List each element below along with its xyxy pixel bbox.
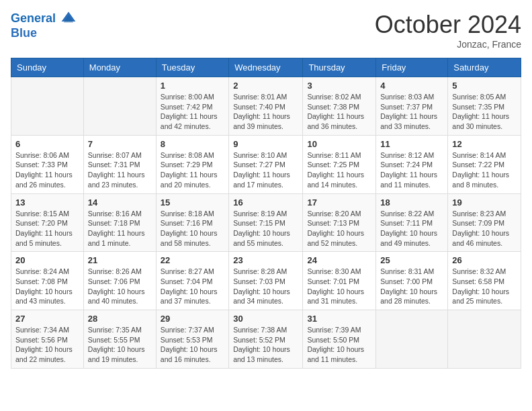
day-detail: Sunrise: 8:06 AMSunset: 7:33 PMDaylight:… [15, 150, 79, 190]
weekday-header-wednesday: Wednesday [229, 58, 303, 77]
day-number: 22 [161, 255, 224, 265]
day-number: 26 [452, 255, 517, 265]
weekday-header-row: SundayMondayTuesdayWednesdayThursdayFrid… [11, 58, 521, 77]
calendar-cell: 7Sunrise: 8:07 AMSunset: 7:31 PMDaylight… [83, 135, 156, 193]
week-row-2: 6Sunrise: 8:06 AMSunset: 7:33 PMDaylight… [11, 135, 521, 193]
day-number: 17 [307, 197, 371, 208]
calendar-cell: 8Sunrise: 8:08 AMSunset: 7:29 PMDaylight… [156, 135, 228, 193]
week-row-4: 20Sunrise: 8:24 AMSunset: 7:08 PMDayligh… [11, 252, 521, 310]
day-number: 1 [161, 81, 224, 91]
day-number: 25 [380, 255, 443, 265]
day-number: 11 [380, 139, 443, 149]
week-row-1: 1Sunrise: 8:00 AMSunset: 7:42 PMDaylight… [11, 77, 521, 136]
calendar-cell: 30Sunrise: 7:38 AMSunset: 5:52 PMDayligh… [229, 310, 303, 369]
day-detail: Sunrise: 8:18 AMSunset: 7:16 PMDaylight:… [161, 209, 224, 248]
title-area: October 2024 Jonzac, France [375, 11, 521, 50]
day-detail: Sunrise: 8:01 AMSunset: 7:40 PMDaylight:… [233, 92, 298, 132]
day-detail: Sunrise: 8:10 AMSunset: 7:27 PMDaylight:… [233, 150, 298, 190]
day-number: 28 [88, 314, 152, 324]
day-detail: Sunrise: 8:08 AMSunset: 7:29 PMDaylight:… [161, 150, 224, 190]
day-number: 12 [452, 139, 517, 149]
month-title: October 2024 [375, 11, 521, 39]
day-detail: Sunrise: 8:00 AMSunset: 7:42 PMDaylight:… [161, 92, 224, 132]
calendar-cell: 29Sunrise: 7:37 AMSunset: 5:53 PMDayligh… [156, 310, 228, 369]
day-number: 15 [161, 197, 224, 208]
day-detail: Sunrise: 8:16 AMSunset: 7:18 PMDaylight:… [88, 209, 152, 248]
day-number: 14 [88, 197, 152, 208]
calendar-cell: 23Sunrise: 8:28 AMSunset: 7:03 PMDayligh… [229, 252, 303, 310]
day-detail: Sunrise: 8:32 AMSunset: 6:58 PMDaylight:… [452, 267, 517, 306]
calendar-cell: 27Sunrise: 7:34 AMSunset: 5:56 PMDayligh… [11, 310, 84, 369]
day-detail: Sunrise: 7:38 AMSunset: 5:52 PMDaylight:… [233, 325, 298, 365]
day-detail: Sunrise: 8:31 AMSunset: 7:00 PMDaylight:… [380, 267, 443, 306]
day-number: 21 [88, 255, 152, 265]
calendar-cell: 4Sunrise: 8:03 AMSunset: 7:37 PMDaylight… [376, 77, 448, 136]
location: Jonzac, France [375, 39, 521, 50]
day-detail: Sunrise: 8:12 AMSunset: 7:24 PMDaylight:… [380, 150, 443, 190]
day-detail: Sunrise: 8:26 AMSunset: 7:06 PMDaylight:… [88, 267, 152, 306]
calendar-cell [448, 310, 521, 369]
day-number: 4 [380, 81, 443, 91]
logo: General Blue [11, 11, 77, 40]
day-detail: Sunrise: 7:39 AMSunset: 5:50 PMDaylight:… [307, 325, 371, 365]
day-detail: Sunrise: 8:14 AMSunset: 7:22 PMDaylight:… [452, 150, 517, 190]
calendar-cell [83, 77, 156, 136]
day-number: 31 [307, 314, 371, 324]
calendar-cell: 21Sunrise: 8:26 AMSunset: 7:06 PMDayligh… [83, 252, 156, 310]
day-number: 2 [233, 81, 298, 91]
calendar-cell [376, 310, 448, 369]
calendar-cell: 5Sunrise: 8:05 AMSunset: 7:35 PMDaylight… [448, 77, 521, 136]
calendar-cell: 28Sunrise: 7:35 AMSunset: 5:55 PMDayligh… [83, 310, 156, 369]
day-number: 8 [161, 139, 224, 149]
calendar-table: SundayMondayTuesdayWednesdayThursdayFrid… [11, 58, 521, 369]
week-row-5: 27Sunrise: 7:34 AMSunset: 5:56 PMDayligh… [11, 310, 521, 369]
day-number: 30 [233, 314, 298, 324]
day-number: 18 [380, 197, 443, 208]
day-number: 23 [233, 255, 298, 265]
calendar-cell: 31Sunrise: 7:39 AMSunset: 5:50 PMDayligh… [303, 310, 376, 369]
calendar-cell: 12Sunrise: 8:14 AMSunset: 7:22 PMDayligh… [448, 135, 521, 193]
day-detail: Sunrise: 8:11 AMSunset: 7:25 PMDaylight:… [307, 150, 371, 190]
calendar-cell: 22Sunrise: 8:27 AMSunset: 7:04 PMDayligh… [156, 252, 228, 310]
day-number: 20 [15, 255, 79, 265]
calendar-cell: 3Sunrise: 8:02 AMSunset: 7:38 PMDaylight… [303, 77, 376, 136]
calendar-cell: 24Sunrise: 8:30 AMSunset: 7:01 PMDayligh… [303, 252, 376, 310]
calendar-cell: 25Sunrise: 8:31 AMSunset: 7:00 PMDayligh… [376, 252, 448, 310]
calendar-cell: 15Sunrise: 8:18 AMSunset: 7:16 PMDayligh… [156, 193, 228, 252]
day-number: 5 [452, 81, 517, 91]
calendar-cell: 20Sunrise: 8:24 AMSunset: 7:08 PMDayligh… [11, 252, 84, 310]
day-detail: Sunrise: 8:03 AMSunset: 7:37 PMDaylight:… [380, 92, 443, 132]
weekday-header-saturday: Saturday [448, 58, 521, 77]
day-detail: Sunrise: 8:07 AMSunset: 7:31 PMDaylight:… [88, 150, 152, 190]
day-number: 19 [452, 197, 517, 208]
day-number: 6 [15, 139, 79, 149]
day-number: 29 [161, 314, 224, 324]
calendar-cell: 9Sunrise: 8:10 AMSunset: 7:27 PMDaylight… [229, 135, 303, 193]
day-detail: Sunrise: 8:28 AMSunset: 7:03 PMDaylight:… [233, 267, 298, 306]
weekday-header-monday: Monday [83, 58, 156, 77]
day-detail: Sunrise: 8:20 AMSunset: 7:13 PMDaylight:… [307, 209, 371, 248]
calendar-cell [11, 77, 84, 136]
week-row-3: 13Sunrise: 8:15 AMSunset: 7:20 PMDayligh… [11, 193, 521, 252]
weekday-header-friday: Friday [376, 58, 448, 77]
calendar-cell: 19Sunrise: 8:23 AMSunset: 7:09 PMDayligh… [448, 193, 521, 252]
calendar-cell: 10Sunrise: 8:11 AMSunset: 7:25 PMDayligh… [303, 135, 376, 193]
logo-blue: Blue [11, 27, 77, 40]
logo-text: General [11, 11, 77, 27]
day-number: 7 [88, 139, 152, 149]
day-number: 13 [15, 197, 79, 208]
calendar-cell: 6Sunrise: 8:06 AMSunset: 7:33 PMDaylight… [11, 135, 84, 193]
day-number: 3 [307, 81, 371, 91]
calendar-cell: 2Sunrise: 8:01 AMSunset: 7:40 PMDaylight… [229, 77, 303, 136]
day-detail: Sunrise: 8:05 AMSunset: 7:35 PMDaylight:… [452, 92, 517, 132]
calendar-cell: 14Sunrise: 8:16 AMSunset: 7:18 PMDayligh… [83, 193, 156, 252]
page-header: General Blue October 2024 Jonzac, France [11, 11, 521, 50]
calendar-cell: 16Sunrise: 8:19 AMSunset: 7:15 PMDayligh… [229, 193, 303, 252]
calendar-cell: 17Sunrise: 8:20 AMSunset: 7:13 PMDayligh… [303, 193, 376, 252]
day-number: 9 [233, 139, 298, 149]
calendar-cell: 26Sunrise: 8:32 AMSunset: 6:58 PMDayligh… [448, 252, 521, 310]
day-detail: Sunrise: 7:34 AMSunset: 5:56 PMDaylight:… [15, 325, 79, 365]
day-detail: Sunrise: 7:37 AMSunset: 5:53 PMDaylight:… [161, 325, 224, 365]
day-number: 24 [307, 255, 371, 265]
weekday-header-sunday: Sunday [11, 58, 84, 77]
